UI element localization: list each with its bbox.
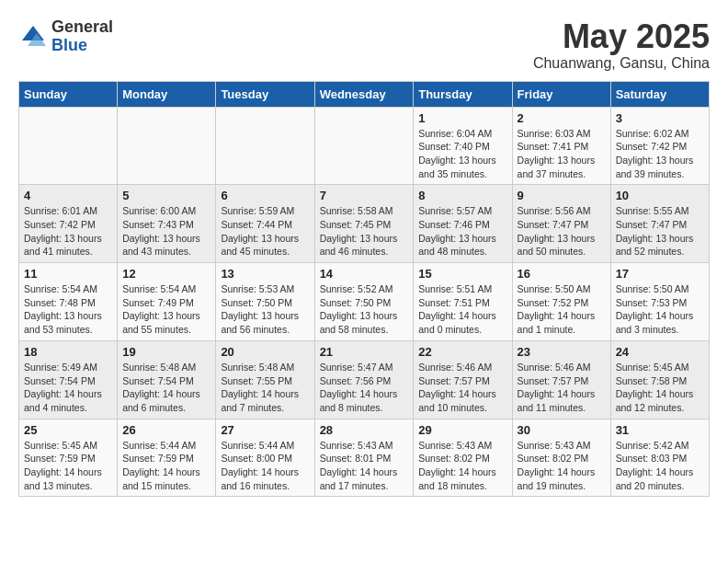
day-cell: 3Sunrise: 6:02 AM Sunset: 7:42 PM Daylig… xyxy=(610,107,709,185)
day-cell xyxy=(19,107,118,185)
day-info: Sunrise: 5:44 AM Sunset: 8:00 PM Dayligh… xyxy=(221,439,309,493)
day-number: 17 xyxy=(616,267,704,281)
header-friday: Friday xyxy=(512,81,610,107)
day-number: 19 xyxy=(122,345,210,359)
day-number: 9 xyxy=(518,189,606,202)
day-cell: 31Sunrise: 5:42 AM Sunset: 8:03 PM Dayli… xyxy=(610,419,709,497)
day-cell: 19Sunrise: 5:48 AM Sunset: 7:54 PM Dayli… xyxy=(118,340,216,419)
day-info: Sunrise: 5:53 AM Sunset: 7:50 PM Dayligh… xyxy=(221,282,309,337)
header-sunday: Sunday xyxy=(19,81,118,107)
day-number: 29 xyxy=(418,423,506,437)
day-cell: 24Sunrise: 5:45 AM Sunset: 7:58 PM Dayli… xyxy=(610,340,709,419)
day-cell: 26Sunrise: 5:44 AM Sunset: 7:59 PM Dayli… xyxy=(118,419,216,497)
day-cell: 28Sunrise: 5:43 AM Sunset: 8:01 PM Dayli… xyxy=(314,419,414,497)
day-number: 20 xyxy=(221,345,309,359)
day-info: Sunrise: 5:46 AM Sunset: 7:57 PM Dayligh… xyxy=(418,361,506,415)
day-info: Sunrise: 5:56 AM Sunset: 7:47 PM Dayligh… xyxy=(518,204,606,259)
day-number: 23 xyxy=(518,345,606,359)
day-info: Sunrise: 5:46 AM Sunset: 7:57 PM Dayligh… xyxy=(518,361,606,415)
day-cell: 23Sunrise: 5:46 AM Sunset: 7:57 PM Dayli… xyxy=(512,340,610,419)
day-number: 30 xyxy=(518,423,606,437)
day-info: Sunrise: 5:57 AM Sunset: 7:46 PM Dayligh… xyxy=(418,204,506,259)
day-info: Sunrise: 5:54 AM Sunset: 7:49 PM Dayligh… xyxy=(122,282,210,337)
day-info: Sunrise: 5:42 AM Sunset: 8:03 PM Dayligh… xyxy=(616,439,704,493)
day-number: 15 xyxy=(418,267,506,281)
day-cell: 1Sunrise: 6:04 AM Sunset: 7:40 PM Daylig… xyxy=(414,107,512,185)
day-number: 6 xyxy=(221,189,309,202)
day-info: Sunrise: 5:48 AM Sunset: 7:54 PM Dayligh… xyxy=(122,361,210,415)
day-cell: 27Sunrise: 5:44 AM Sunset: 8:00 PM Dayli… xyxy=(216,419,314,497)
day-cell: 17Sunrise: 5:50 AM Sunset: 7:53 PM Dayli… xyxy=(610,263,709,341)
day-cell: 8Sunrise: 5:57 AM Sunset: 7:46 PM Daylig… xyxy=(414,185,512,263)
header-tuesday: Tuesday xyxy=(216,81,314,107)
header-thursday: Thursday xyxy=(414,81,512,107)
day-cell xyxy=(314,107,414,185)
day-number: 3 xyxy=(616,111,704,125)
week-row-2: 4Sunrise: 6:01 AM Sunset: 7:42 PM Daylig… xyxy=(19,185,710,263)
day-cell: 2Sunrise: 6:03 AM Sunset: 7:41 PM Daylig… xyxy=(512,107,610,185)
day-cell: 18Sunrise: 5:49 AM Sunset: 7:54 PM Dayli… xyxy=(19,340,118,419)
day-info: Sunrise: 5:58 AM Sunset: 7:45 PM Dayligh… xyxy=(320,204,409,259)
day-info: Sunrise: 6:02 AM Sunset: 7:42 PM Dayligh… xyxy=(616,127,704,181)
day-info: Sunrise: 6:03 AM Sunset: 7:41 PM Dayligh… xyxy=(518,127,606,181)
day-number: 24 xyxy=(616,345,704,359)
day-info: Sunrise: 5:43 AM Sunset: 8:02 PM Dayligh… xyxy=(418,439,506,493)
day-cell: 15Sunrise: 5:51 AM Sunset: 7:51 PM Dayli… xyxy=(414,263,512,341)
day-cell: 7Sunrise: 5:58 AM Sunset: 7:45 PM Daylig… xyxy=(314,185,414,263)
logo-icon xyxy=(18,22,48,52)
week-row-1: 1Sunrise: 6:04 AM Sunset: 7:40 PM Daylig… xyxy=(19,107,710,185)
day-number: 25 xyxy=(24,423,112,437)
day-number: 11 xyxy=(24,267,112,281)
day-info: Sunrise: 5:59 AM Sunset: 7:44 PM Dayligh… xyxy=(221,204,309,259)
day-cell xyxy=(118,107,216,185)
day-info: Sunrise: 5:45 AM Sunset: 7:58 PM Dayligh… xyxy=(616,361,704,415)
day-cell xyxy=(216,107,314,185)
day-cell: 5Sunrise: 6:00 AM Sunset: 7:43 PM Daylig… xyxy=(118,185,216,263)
calendar-table: SundayMondayTuesdayWednesdayThursdayFrid… xyxy=(18,81,710,498)
day-info: Sunrise: 5:44 AM Sunset: 7:59 PM Dayligh… xyxy=(122,439,210,493)
day-info: Sunrise: 5:47 AM Sunset: 7:56 PM Dayligh… xyxy=(320,361,409,415)
day-cell: 21Sunrise: 5:47 AM Sunset: 7:56 PM Dayli… xyxy=(314,340,414,419)
day-cell: 11Sunrise: 5:54 AM Sunset: 7:48 PM Dayli… xyxy=(19,263,118,341)
title-block: May 2025 Chuanwang, Gansu, China xyxy=(533,18,710,72)
day-info: Sunrise: 5:43 AM Sunset: 8:02 PM Dayligh… xyxy=(518,439,606,493)
day-number: 22 xyxy=(418,345,506,359)
day-cell: 4Sunrise: 6:01 AM Sunset: 7:42 PM Daylig… xyxy=(19,185,118,263)
day-number: 8 xyxy=(418,189,506,202)
day-info: Sunrise: 5:45 AM Sunset: 7:59 PM Dayligh… xyxy=(24,439,112,493)
logo-blue: Blue xyxy=(51,37,113,55)
week-row-3: 11Sunrise: 5:54 AM Sunset: 7:48 PM Dayli… xyxy=(19,263,710,341)
header-saturday: Saturday xyxy=(610,81,709,107)
day-cell: 20Sunrise: 5:48 AM Sunset: 7:55 PM Dayli… xyxy=(216,340,314,419)
day-info: Sunrise: 6:00 AM Sunset: 7:43 PM Dayligh… xyxy=(122,204,210,259)
day-number: 31 xyxy=(616,423,704,437)
page-header: General Blue May 2025 Chuanwang, Gansu, … xyxy=(18,18,710,72)
day-cell: 13Sunrise: 5:53 AM Sunset: 7:50 PM Dayli… xyxy=(216,263,314,341)
month-title: May 2025 xyxy=(533,18,710,55)
day-info: Sunrise: 5:43 AM Sunset: 8:01 PM Dayligh… xyxy=(320,439,409,493)
day-info: Sunrise: 5:51 AM Sunset: 7:51 PM Dayligh… xyxy=(418,282,506,337)
day-number: 5 xyxy=(122,189,210,202)
day-cell: 9Sunrise: 5:56 AM Sunset: 7:47 PM Daylig… xyxy=(512,185,610,263)
day-cell: 25Sunrise: 5:45 AM Sunset: 7:59 PM Dayli… xyxy=(19,419,118,497)
logo-general: General xyxy=(51,18,113,37)
week-row-5: 25Sunrise: 5:45 AM Sunset: 7:59 PM Dayli… xyxy=(19,419,710,497)
day-info: Sunrise: 5:50 AM Sunset: 7:52 PM Dayligh… xyxy=(518,282,606,337)
day-number: 12 xyxy=(122,267,210,281)
day-info: Sunrise: 6:04 AM Sunset: 7:40 PM Dayligh… xyxy=(418,127,506,181)
day-cell: 10Sunrise: 5:55 AM Sunset: 7:47 PM Dayli… xyxy=(610,185,709,263)
day-info: Sunrise: 5:50 AM Sunset: 7:53 PM Dayligh… xyxy=(616,282,704,337)
day-number: 16 xyxy=(518,267,606,281)
week-row-4: 18Sunrise: 5:49 AM Sunset: 7:54 PM Dayli… xyxy=(19,340,710,419)
day-info: Sunrise: 5:54 AM Sunset: 7:48 PM Dayligh… xyxy=(24,282,112,337)
day-cell: 12Sunrise: 5:54 AM Sunset: 7:49 PM Dayli… xyxy=(118,263,216,341)
day-info: Sunrise: 5:48 AM Sunset: 7:55 PM Dayligh… xyxy=(221,361,309,415)
calendar-body: 1Sunrise: 6:04 AM Sunset: 7:40 PM Daylig… xyxy=(19,107,710,497)
header-row: SundayMondayTuesdayWednesdayThursdayFrid… xyxy=(19,81,710,107)
logo-text: General Blue xyxy=(51,18,113,55)
day-cell: 14Sunrise: 5:52 AM Sunset: 7:50 PM Dayli… xyxy=(314,263,414,341)
day-info: Sunrise: 5:52 AM Sunset: 7:50 PM Dayligh… xyxy=(320,282,409,337)
day-info: Sunrise: 6:01 AM Sunset: 7:42 PM Dayligh… xyxy=(24,204,112,259)
calendar-header: SundayMondayTuesdayWednesdayThursdayFrid… xyxy=(19,81,710,107)
day-cell: 30Sunrise: 5:43 AM Sunset: 8:02 PM Dayli… xyxy=(512,419,610,497)
